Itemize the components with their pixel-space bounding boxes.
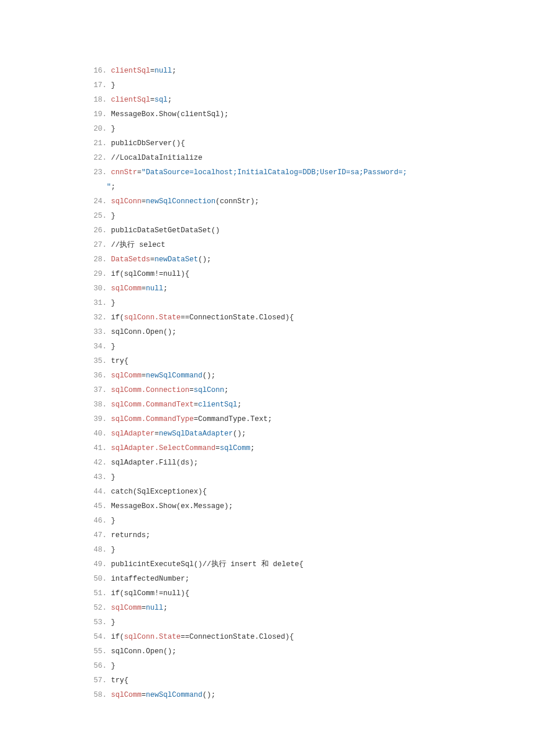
line-number: 54 bbox=[87, 630, 102, 645]
code-line: 31.} bbox=[87, 296, 447, 311]
list-dot: . bbox=[102, 195, 107, 209]
line-number: 25 bbox=[87, 209, 102, 224]
line-number: 58 bbox=[87, 688, 102, 703]
line-number: 28 bbox=[87, 253, 102, 267]
list-dot: . bbox=[102, 354, 107, 369]
line-number: 53 bbox=[87, 615, 102, 630]
code-text: sqlConn.Open(); bbox=[111, 645, 176, 659]
list-dot: . bbox=[102, 311, 107, 325]
code-text: sqlConn.Open(); bbox=[111, 325, 176, 340]
list-dot: . bbox=[102, 383, 107, 398]
line-number: 56 bbox=[87, 659, 102, 674]
list-dot: . bbox=[102, 78, 107, 93]
line-number: 50 bbox=[87, 572, 102, 586]
code-line: 38.sqlComm.CommandText=clientSql; bbox=[87, 398, 447, 412]
line-number: 49 bbox=[87, 557, 102, 572]
list-dot: . bbox=[102, 107, 107, 122]
code-line: 29.if(sqlComm!=null){ bbox=[87, 267, 447, 282]
code-text: } bbox=[111, 615, 116, 630]
line-number: 45 bbox=[87, 499, 102, 514]
code-line: 24.sqlConn=newSqlConnection(connStr); bbox=[87, 195, 447, 209]
code-text: publicDbServer(){ bbox=[111, 136, 185, 151]
code-line: 58.sqlComm=newSqlCommand(); bbox=[87, 688, 447, 703]
code-line: 39.sqlComm.CommandType=CommandType.Text; bbox=[87, 412, 447, 427]
list-dot: . bbox=[102, 514, 107, 528]
code-text: } bbox=[111, 514, 116, 528]
code-text: sqlAdapter.SelectCommand=sqlComm; bbox=[111, 441, 255, 456]
code-text: //LocalDataInitialize bbox=[111, 151, 203, 165]
code-text: MessageBox.Show(clientSql); bbox=[111, 107, 229, 122]
code-line: 35.try{ bbox=[87, 354, 447, 369]
list-dot: . bbox=[102, 296, 107, 311]
code-line: 19.MessageBox.Show(clientSql); bbox=[87, 107, 447, 122]
code-line: 32.if(sqlConn.State==ConnectionState.Clo… bbox=[87, 311, 447, 325]
list-dot: . bbox=[102, 93, 107, 107]
list-dot: . bbox=[102, 659, 107, 674]
line-number: 47 bbox=[87, 528, 102, 543]
line-number: 36 bbox=[87, 369, 102, 383]
list-dot: . bbox=[102, 674, 107, 688]
code-text: intaffectedNumber; bbox=[111, 572, 189, 586]
code-line: 51.if(sqlComm!=null){ bbox=[87, 586, 447, 601]
code-text: sqlConn=newSqlConnection(connStr); bbox=[111, 195, 259, 209]
code-text: } bbox=[111, 340, 116, 354]
code-line: 57.try{ bbox=[87, 674, 447, 688]
code-text: try{ bbox=[111, 354, 128, 369]
code-text: sqlAdapter=newSqlDataAdapter(); bbox=[111, 427, 246, 441]
code-text: if(sqlComm!=null){ bbox=[111, 586, 189, 601]
line-number: 55 bbox=[87, 645, 102, 659]
list-dot: . bbox=[102, 398, 107, 412]
code-text: MessageBox.Show(ex.Message); bbox=[111, 499, 233, 514]
code-line: 30.sqlComm=null; bbox=[87, 282, 447, 296]
list-dot: . bbox=[102, 282, 107, 296]
code-text: //执行 select bbox=[111, 238, 165, 253]
code-line: 34.} bbox=[87, 340, 447, 354]
line-number: 20 bbox=[87, 122, 102, 136]
code-line: 40.sqlAdapter=newSqlDataAdapter(); bbox=[87, 427, 447, 441]
list-dot: . bbox=[102, 572, 107, 586]
code-text: if(sqlConn.State==ConnectionState.Closed… bbox=[111, 311, 294, 325]
list-dot: . bbox=[102, 427, 107, 441]
code-text: sqlComm.CommandText=clientSql; bbox=[111, 398, 241, 412]
code-text: if(sqlConn.State==ConnectionState.Closed… bbox=[111, 630, 294, 645]
code-line: 18.clientSql=sql; bbox=[87, 93, 447, 107]
code-line: 43.} bbox=[87, 470, 447, 485]
line-number: 18 bbox=[87, 93, 102, 107]
code-text: } bbox=[111, 296, 116, 311]
list-dot: . bbox=[102, 340, 107, 354]
list-dot: . bbox=[102, 253, 107, 267]
code-text: publicintExecuteSql()//执行 insert 和 delet… bbox=[111, 557, 304, 572]
code-line: 50.intaffectedNumber; bbox=[87, 572, 447, 586]
list-dot: . bbox=[102, 645, 107, 659]
code-line: 26.publicDataSetGetDataSet() bbox=[87, 224, 447, 238]
list-dot: . bbox=[102, 615, 107, 630]
list-dot: . bbox=[102, 485, 107, 499]
code-text: catch(SqlExceptionex){ bbox=[111, 485, 207, 499]
code-text: publicDataSetGetDataSet() bbox=[111, 224, 220, 238]
code-text: } bbox=[111, 543, 116, 557]
code-text: "; bbox=[87, 180, 116, 195]
list-dot: . bbox=[102, 151, 107, 165]
code-line: 46.} bbox=[87, 514, 447, 528]
code-text: sqlAdapter.Fill(ds); bbox=[111, 456, 198, 470]
list-dot: . bbox=[102, 543, 107, 557]
line-number: 46 bbox=[87, 514, 102, 528]
line-number: 38 bbox=[87, 398, 102, 412]
code-text: sqlComm.CommandType=CommandType.Text; bbox=[111, 412, 272, 427]
line-number: 37 bbox=[87, 383, 102, 398]
code-line: 25.} bbox=[87, 209, 447, 224]
line-number: 33 bbox=[87, 325, 102, 340]
code-text: try{ bbox=[111, 674, 128, 688]
line-number: 24 bbox=[87, 195, 102, 209]
line-number: 30 bbox=[87, 282, 102, 296]
list-dot: . bbox=[102, 630, 107, 645]
line-number: 23 bbox=[87, 165, 102, 180]
code-line: 23.cnnStr="DataSource=localhost;InitialC… bbox=[87, 165, 447, 180]
code-line: 27.//执行 select bbox=[87, 238, 447, 253]
code-line: 49.publicintExecuteSql()//执行 insert 和 de… bbox=[87, 557, 447, 572]
line-number: 16 bbox=[87, 64, 102, 78]
list-dot: . bbox=[102, 528, 107, 543]
code-line: 55.sqlConn.Open(); bbox=[87, 645, 447, 659]
list-dot: . bbox=[102, 325, 107, 340]
code-line: 42.sqlAdapter.Fill(ds); bbox=[87, 456, 447, 470]
